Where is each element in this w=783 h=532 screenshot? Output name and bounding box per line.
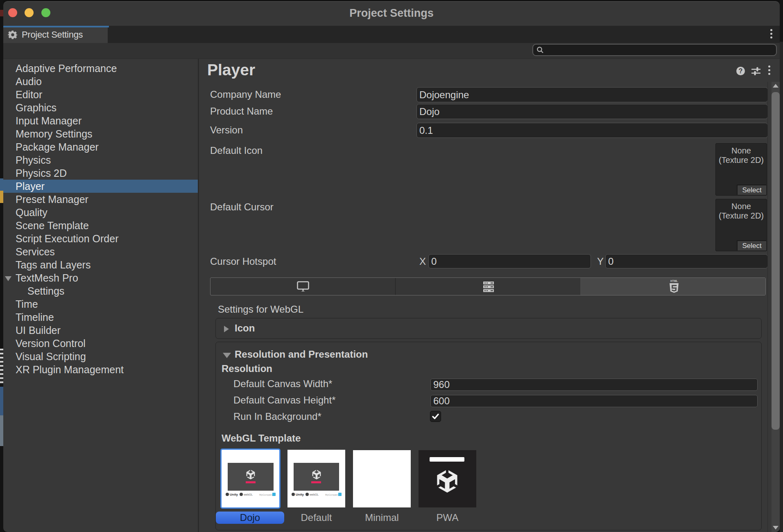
svg-text:HTML: HTML: [670, 280, 678, 282]
